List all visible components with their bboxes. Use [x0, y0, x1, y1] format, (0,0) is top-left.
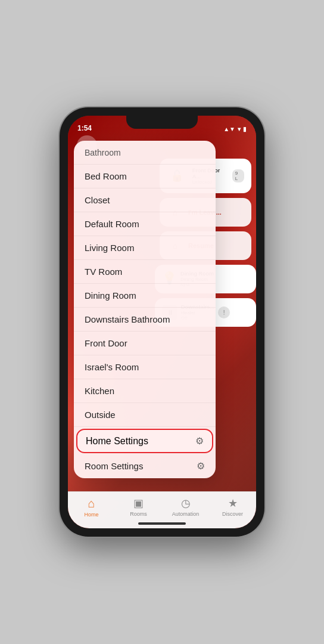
notch — [126, 116, 198, 129]
menu-item-front-door[interactable]: Front Door — [74, 332, 216, 355]
phone-screen: 1:54 ▲▼ ▾ ▮ ⌂ 🔓 Front Door A... Unlocked… — [68, 116, 256, 528]
menu-item-living-room[interactable]: Living Room — [74, 236, 216, 260]
tab-discover[interactable]: ★ Discover — [209, 497, 256, 517]
home-tab-label: Home — [84, 512, 98, 518]
menu-item-dining-room[interactable]: Dining Room — [74, 284, 216, 308]
tab-rooms[interactable]: ▣ Rooms — [115, 497, 162, 517]
automation-tab-icon: ◷ — [181, 497, 191, 510]
menu-item-downstairs-bathroom[interactable]: Downstairs Bathroom — [74, 308, 216, 332]
home-settings-gear-icon: ⚙ — [195, 435, 204, 447]
menu-item-israels-room[interactable]: Israel's Room — [74, 355, 216, 379]
signal-icon: ▲▼ — [223, 126, 235, 132]
menu-item-tv-room[interactable]: TV Room — [74, 260, 216, 284]
menu-item-closet[interactable]: Closet — [74, 188, 216, 212]
discover-tab-icon: ★ — [228, 497, 238, 510]
menu-item-room-settings[interactable]: Room Settings ⚙ — [74, 454, 216, 478]
menu-item-bed-room[interactable]: Bed Room — [74, 165, 216, 188]
battery-icon: ▮ — [243, 126, 247, 132]
tab-home[interactable]: ⌂ Home — [68, 497, 115, 518]
menu-item-kitchen[interactable]: Kitchen — [74, 379, 216, 403]
status-icons: ▲▼ ▾ ▮ — [223, 126, 247, 132]
tab-automation[interactable]: ◷ Automation — [162, 497, 209, 517]
automation-tab-label: Automation — [172, 511, 200, 517]
discover-tab-label: Discover — [222, 511, 243, 517]
home-indicator — [138, 522, 186, 525]
warn-icon: ! — [218, 306, 230, 318]
dropdown-menu: Bathroom Bed Room Closet Default Room Li… — [74, 141, 216, 478]
room-settings-gear-icon: ⚙ — [197, 460, 205, 472]
wifi-icon: ▾ — [238, 126, 241, 132]
menu-item-outside[interactable]: Outside — [74, 403, 216, 427]
home-tab-icon: ⌂ — [88, 497, 95, 510]
menu-item-home-settings[interactable]: Home Settings ⚙ — [76, 429, 213, 453]
rooms-tab-icon: ▣ — [133, 497, 144, 510]
menu-item-bathroom[interactable]: Bathroom — [74, 141, 216, 165]
status-time: 1:54 — [77, 124, 92, 132]
lock-badge: 9 L — [232, 169, 244, 182]
menu-item-default-room[interactable]: Default Room — [74, 212, 216, 236]
rooms-tab-label: Rooms — [130, 511, 147, 517]
phone-frame: 1:54 ▲▼ ▾ ▮ ⌂ 🔓 Front Door A... Unlocked… — [60, 107, 264, 537]
